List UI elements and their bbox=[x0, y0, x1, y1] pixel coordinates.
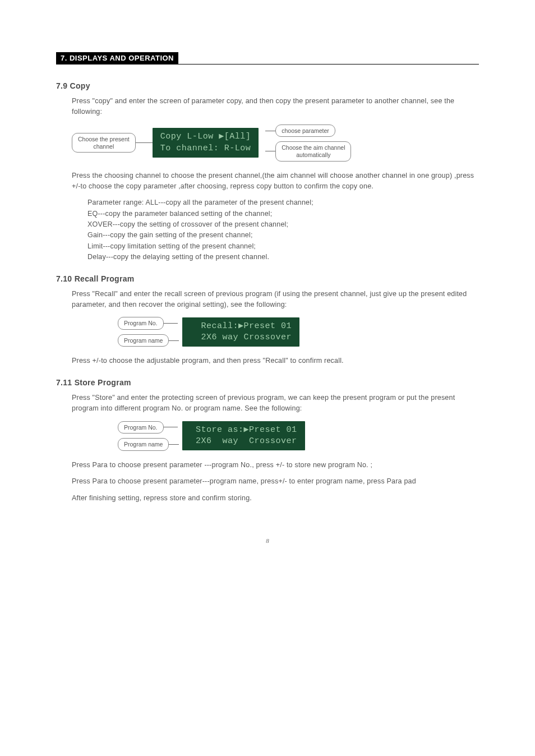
text-7-9-b6: Delay---copy the delaying setting of the… bbox=[87, 252, 479, 262]
text-7-11-p2: Press Para to choose present parameter--… bbox=[72, 476, 479, 487]
label-program-name: Program name bbox=[118, 438, 169, 451]
text-7-11-intro: Press "Store" and enter the protecting s… bbox=[72, 393, 479, 414]
left-labels-recall: Program No. Program name bbox=[118, 317, 179, 347]
heading-7-9: 7.9 Copy bbox=[56, 81, 479, 90]
left-labels-store: Program No. Program name bbox=[118, 421, 179, 451]
heading-7-11: 7.11 Store Program bbox=[56, 378, 479, 387]
diagram-copy: Choose the present channel Copy L-Low ▶[… bbox=[72, 125, 479, 162]
text-7-11-p1: Press Para to choose present parameter -… bbox=[72, 460, 479, 471]
text-7-9-b5: Limit---copy limitation setting of the p… bbox=[87, 241, 479, 252]
text-7-9-b3: XOVER---copy the setting of crossover of… bbox=[87, 219, 479, 230]
lcd-copy-line2: To channel: R-Low bbox=[160, 144, 251, 153]
page: 7. DISPLAYS AND OPERATION 7.9 Copy Press… bbox=[0, 0, 535, 578]
section-title: 7. DISPLAYS AND OPERATION bbox=[56, 52, 178, 64]
connector-line bbox=[169, 340, 179, 341]
heading-7-10: 7.10 Recall Program bbox=[56, 274, 479, 283]
text-7-9-b2: EQ---copy the parameter balanced setting… bbox=[87, 209, 479, 219]
text-7-11-p3: After finishing setting, repress store a… bbox=[72, 493, 479, 504]
lcd-copy: Copy L-Low ▶[All] To channel: R-Low bbox=[153, 128, 259, 158]
label-choose-parameter: choose parameter bbox=[275, 125, 335, 137]
connector-line bbox=[164, 427, 178, 427]
connector-line bbox=[164, 323, 178, 324]
connector-line bbox=[169, 444, 179, 445]
text-7-9-intro: Press "copy" and enter the screen of par… bbox=[72, 96, 479, 118]
section-header-bar: 7. DISPLAYS AND OPERATION bbox=[56, 50, 479, 64]
connector-line bbox=[265, 131, 275, 131]
connector-line bbox=[265, 151, 275, 151]
text-7-9-b1: Parameter range: ALL---copy all the para… bbox=[87, 197, 479, 208]
label-program-no: Program No. bbox=[118, 317, 164, 330]
lcd-recall: Recall:▶Preset 01 2X6 way Crossover bbox=[182, 317, 299, 347]
lcd-copy-line1: Copy L-Low ▶[All] bbox=[160, 132, 251, 141]
lcd-recall-line1: Recall:▶Preset 01 bbox=[201, 321, 292, 331]
text-7-10-intro: Press "Recall" and enter the recall scre… bbox=[72, 289, 479, 311]
lcd-store-line1: Store as:▶Preset 01 bbox=[196, 425, 297, 435]
label-program-name: Program name bbox=[118, 334, 169, 347]
text-7-9-b4: Gain---copy the gain setting of the pres… bbox=[87, 230, 479, 241]
lcd-store-line2: 2X6 way Crossover bbox=[196, 436, 297, 446]
lcd-store: Store as:▶Preset 01 2X6 way Crossover bbox=[182, 421, 305, 451]
right-labels-copy: choose parameter Choose the aim channel … bbox=[265, 125, 351, 162]
text-7-9-p1: Press the choosing channel to choose the… bbox=[72, 170, 479, 192]
lcd-recall-line2: 2X6 way Crossover bbox=[201, 333, 292, 342]
diagram-recall: Program No. Program name Recall:▶Preset … bbox=[118, 317, 479, 347]
diagram-store: Program No. Program name Store as:▶Prese… bbox=[118, 421, 479, 451]
label-choose-aim-channel: Choose the aim channel automatically bbox=[275, 141, 351, 161]
page-number: 8 bbox=[56, 537, 479, 544]
text-7-10-p1: Press +/-to choose the adjustable progra… bbox=[72, 356, 479, 366]
label-program-no: Program No. bbox=[118, 421, 164, 434]
connector-line bbox=[136, 142, 153, 143]
label-choose-present-channel: Choose the present channel bbox=[72, 133, 136, 153]
